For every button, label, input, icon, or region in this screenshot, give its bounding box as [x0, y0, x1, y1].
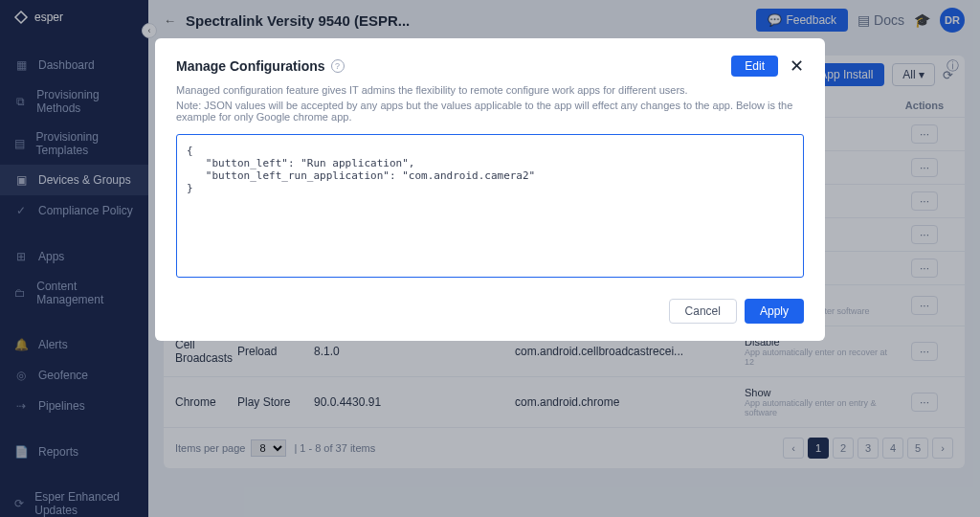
- modal-subtitle: Managed configuration feature gives IT a…: [176, 84, 804, 96]
- modal-note: Note: JSON values will be accepted by an…: [176, 100, 804, 123]
- json-editor[interactable]: { "button_left": "Run application", "but…: [176, 134, 804, 278]
- cancel-button[interactable]: Cancel: [669, 299, 737, 324]
- modal-header: Manage Configurations ? Edit ✕: [176, 56, 804, 77]
- edit-button[interactable]: Edit: [731, 56, 778, 77]
- help-icon[interactable]: ?: [331, 59, 345, 73]
- modal-title: Manage Configurations: [176, 58, 325, 74]
- close-button[interactable]: ✕: [790, 56, 804, 77]
- modal-footer: Cancel Apply: [176, 299, 804, 324]
- apply-button[interactable]: Apply: [745, 299, 804, 324]
- modal-overlay[interactable]: Manage Configurations ? Edit ✕ Managed c…: [0, 0, 980, 517]
- manage-configurations-modal: Manage Configurations ? Edit ✕ Managed c…: [155, 38, 825, 341]
